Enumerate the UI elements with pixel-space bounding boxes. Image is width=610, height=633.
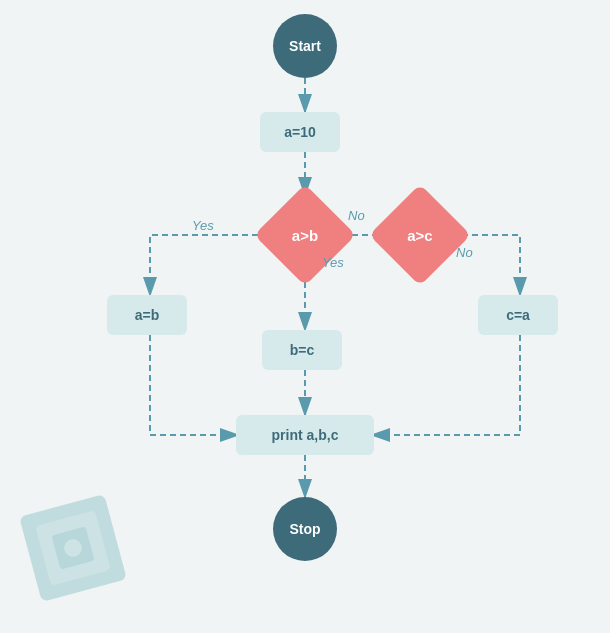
assign-bc-node: b=c [262,330,342,370]
floppy-disk-icon [18,493,128,603]
yes1-label: Yes [192,218,214,233]
assign-a-label: a=10 [284,124,316,140]
flowchart: Start a=10 a>b a>c a=b b=c c=a print a,b… [0,0,610,633]
no1-label: No [348,208,365,223]
stop-label: Stop [289,521,320,537]
print-node: print a,b,c [236,415,374,455]
start-node: Start [273,14,337,78]
assign-bc-label: b=c [290,342,315,358]
diamond2-label: a>c [375,190,465,280]
assign-ca-label: c=a [506,307,530,323]
diamond1-node: a>b [260,190,350,280]
assign-a-node: a=10 [260,112,340,152]
assign-ab-label: a=b [135,307,160,323]
assign-ca-node: c=a [478,295,558,335]
assign-ab-node: a=b [107,295,187,335]
print-label: print a,b,c [272,427,339,443]
diamond2-node: a>c [375,190,465,280]
diamond1-label: a>b [260,190,350,280]
start-label: Start [289,38,321,54]
stop-node: Stop [273,497,337,561]
